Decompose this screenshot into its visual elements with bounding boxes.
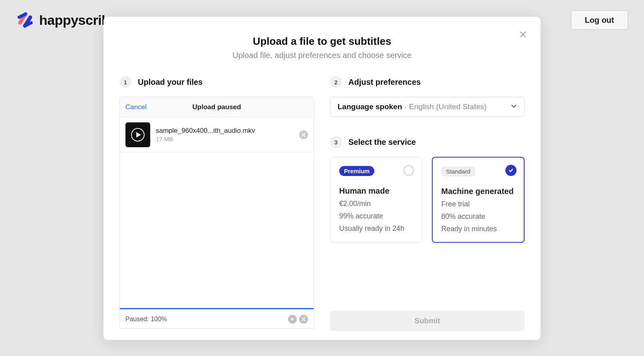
play-small-icon xyxy=(290,317,294,321)
step1-badge: 1 xyxy=(119,76,131,88)
step2-badge: 2 xyxy=(330,76,342,88)
upload-panel-footer: Paused: 100% xyxy=(120,309,314,328)
check-icon xyxy=(508,168,514,173)
premium-eta: Usually ready in 24h xyxy=(339,224,413,233)
service-options: Premium Human made €2.00/min 99% accurat… xyxy=(330,157,525,243)
close-icon xyxy=(519,31,527,38)
premium-title: Human made xyxy=(339,186,413,196)
brand-logo[interactable]: happyscribe xyxy=(16,11,117,29)
preferences-column: 2 Adjust preferences Language spoken · E… xyxy=(330,76,525,331)
logo-icon xyxy=(16,11,34,29)
upload-modal: Upload a file to get subtitles Upload fi… xyxy=(103,17,541,340)
language-label: Language spoken xyxy=(338,102,402,111)
modal-subtitle: Upload file, adjust preferences and choo… xyxy=(119,51,525,60)
upload-status: Upload paused xyxy=(193,103,241,111)
x-icon xyxy=(302,133,306,137)
cancel-upload-button[interactable] xyxy=(299,315,308,324)
file-name: sample_960x400...ith_audio.mkv xyxy=(156,127,299,135)
file-size: 17 MB xyxy=(156,136,299,142)
remove-file-button[interactable] xyxy=(299,130,308,139)
service-premium[interactable]: Premium Human made €2.00/min 99% accurat… xyxy=(330,157,422,243)
svg-marker-2 xyxy=(291,318,294,321)
submit-button[interactable]: Submit xyxy=(330,311,525,331)
svg-marker-1 xyxy=(136,132,141,138)
standard-price: Free trial xyxy=(441,200,515,208)
upload-panel-header: Cancel Upload paused xyxy=(120,97,314,117)
radio-unchecked-icon xyxy=(403,165,414,176)
close-button[interactable] xyxy=(517,29,529,40)
standard-eta: Ready in minutes xyxy=(441,225,515,233)
step3-label: Select the service xyxy=(348,138,416,147)
file-thumbnail[interactable] xyxy=(125,122,150,147)
modal-title: Upload a file to get subtitles xyxy=(119,35,525,48)
step2-label: Adjust preferences xyxy=(348,78,421,87)
language-value: English (United States) xyxy=(409,102,487,111)
standard-accuracy: 80% accurate xyxy=(441,212,515,221)
language-select[interactable]: Language spoken · English (United States… xyxy=(330,97,525,117)
radio-checked-icon xyxy=(505,165,517,176)
step3-header: 3 Select the service xyxy=(330,136,525,148)
standard-title: Machine generated xyxy=(441,187,515,196)
premium-badge: Premium xyxy=(339,166,374,176)
chevron-down-icon xyxy=(511,102,517,111)
x-small-icon xyxy=(302,317,306,321)
upload-panel: Cancel Upload paused sample_960x400...it… xyxy=(119,97,314,329)
step1-header: 1 Upload your files xyxy=(119,76,314,88)
step2-header: 2 Adjust preferences xyxy=(330,76,525,88)
upload-column: 1 Upload your files Cancel Upload paused xyxy=(119,76,314,331)
step1-label: Upload your files xyxy=(138,78,203,87)
upload-cancel-button[interactable]: Cancel xyxy=(120,103,147,111)
resume-button[interactable] xyxy=(288,315,297,324)
play-icon xyxy=(131,128,145,142)
paused-text: Paused: 100% xyxy=(125,316,286,323)
premium-accuracy: 99% accurate xyxy=(339,212,413,220)
premium-price: €2.00/min xyxy=(339,200,413,208)
file-row: sample_960x400...ith_audio.mkv 17 MB xyxy=(120,117,314,152)
standard-badge: Standard xyxy=(441,166,475,176)
service-standard[interactable]: Standard Machine generated Free trial 80… xyxy=(432,157,525,243)
step3-badge: 3 xyxy=(330,136,342,148)
logout-button[interactable]: Log out xyxy=(571,10,628,30)
